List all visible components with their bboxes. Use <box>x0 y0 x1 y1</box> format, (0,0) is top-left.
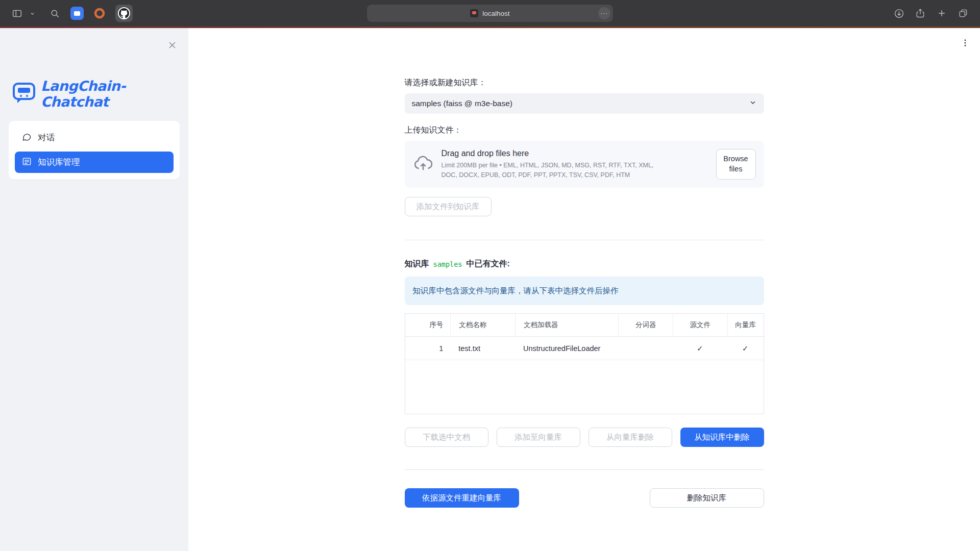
col-header: 文档名称 <box>450 314 515 336</box>
app-logo: LangChain-Chatchat <box>12 78 188 110</box>
app-logo-text: LangChain-Chatchat <box>41 78 188 110</box>
new-tab-icon[interactable] <box>935 7 948 20</box>
files-table-header: 序号 文档名称 文档加载器 分词器 源文件 向量库 <box>405 314 764 337</box>
toolbar-right-group <box>892 7 970 20</box>
delete-kb-button[interactable]: 删除知识库 <box>650 488 764 508</box>
cloud-upload-icon <box>413 153 433 176</box>
add-to-vector-store-button[interactable]: 添加至向量库 <box>497 428 580 447</box>
info-banner: 知识库中包含源文件与向量库，请从下表中选择文件后操作 <box>405 277 764 305</box>
cell-source-check: ✓ <box>673 344 727 353</box>
page-settings-icon[interactable]: ··· <box>598 7 610 19</box>
add-files-to-kb-button[interactable]: 添加文件到知识库 <box>405 197 492 216</box>
search-icon[interactable] <box>48 7 61 20</box>
sidebar-item-label: 对话 <box>38 132 55 143</box>
col-header: 分词器 <box>618 314 673 336</box>
file-action-buttons: 下载选中文档 添加至向量库 从向量库删除 从知识库中删除 <box>405 428 764 447</box>
tab-overview-icon[interactable] <box>957 7 970 20</box>
col-header: 向量库 <box>727 314 764 336</box>
kb-heading-prefix: 知识库 <box>405 259 429 269</box>
toolbar-left-group <box>10 5 133 22</box>
address-bar-url: localhost <box>482 10 509 17</box>
delete-from-kb-button[interactable]: 从知识库中删除 <box>680 428 764 447</box>
content-column: 请选择或新建知识库： samples (faiss @ m3e-base) 上传… <box>405 28 764 508</box>
sidebar-item-label: 知识库管理 <box>38 157 80 168</box>
kb-select-value: samples (faiss @ m3e-base) <box>412 99 513 108</box>
col-header: 序号 <box>405 314 451 336</box>
pinned-app-blue-icon[interactable] <box>70 7 84 20</box>
select-chevron-icon <box>749 98 757 109</box>
kb-heading-code: samples <box>433 260 462 268</box>
download-selected-button[interactable]: 下载选中文档 <box>405 428 488 447</box>
knowledge-base-icon <box>22 157 32 168</box>
kb-select[interactable]: samples (faiss @ m3e-base) <box>405 93 764 114</box>
sidebar-item-kb-management[interactable]: 知识库管理 <box>15 152 174 173</box>
github-icon <box>118 7 130 19</box>
kb-heading-suffix: 中已有文件: <box>466 259 509 269</box>
upload-label: 上传知识文件： <box>405 125 764 136</box>
sidebar-item-dialogue[interactable]: 对话 <box>15 127 174 148</box>
sidebar-nav: 对话 知识库管理 <box>9 121 180 179</box>
app-menu-icon[interactable] <box>959 36 972 51</box>
kb-files-heading: 知识库 samples 中已有文件: <box>405 259 764 269</box>
table-row[interactable]: 1 test.txt UnstructuredFileLoader ✓ ✓ <box>405 337 764 360</box>
divider <box>405 469 764 470</box>
browser-toolbar: localhost ··· <box>0 0 980 27</box>
col-header: 源文件 <box>673 314 727 336</box>
cell-filename: test.txt <box>450 344 515 353</box>
browse-files-button[interactable]: Browse files <box>716 149 756 180</box>
sidebar: LangChain-Chatchat 对话 <box>0 28 188 551</box>
pinned-app-orange-icon[interactable] <box>93 7 106 20</box>
file-dropzone[interactable]: Drag and drop files here Limit 200MB per… <box>405 141 764 188</box>
info-banner-text: 知识库中包含源文件与向量库，请从下表中选择文件后操作 <box>413 286 619 296</box>
sidebar-toggle-icon[interactable] <box>10 7 23 20</box>
kb-action-buttons: 依据源文件重建向量库 删除知识库 <box>405 488 764 508</box>
col-header: 文档加载器 <box>515 314 618 336</box>
dropzone-title: Drag and drop files here <box>442 149 716 158</box>
dropzone-text: Drag and drop files here Limit 200MB per… <box>442 149 716 179</box>
divider <box>405 240 764 240</box>
cell-vector-check: ✓ <box>727 344 764 353</box>
dropzone-limit-text: Limit 200MB per file • EML, HTML, JSON, … <box>442 161 661 179</box>
downloads-icon[interactable] <box>892 7 905 20</box>
files-table: 序号 文档名称 文档加载器 分词器 源文件 向量库 1 test.txt Uns… <box>405 313 764 414</box>
main-area: 请选择或新建知识库： samples (faiss @ m3e-base) 上传… <box>188 28 980 551</box>
sidebar-close-icon[interactable] <box>165 38 179 54</box>
kb-select-label: 请选择或新建知识库： <box>405 78 764 88</box>
cell-index: 1 <box>405 344 451 353</box>
cell-loader: UnstructuredFileLoader <box>515 344 618 353</box>
share-icon[interactable] <box>914 7 927 20</box>
pinned-tab-active[interactable] <box>115 5 133 22</box>
address-bar[interactable]: localhost ··· <box>367 5 613 22</box>
chevron-down-icon[interactable] <box>26 7 39 20</box>
rebuild-vector-store-button[interactable]: 依据源文件重建向量库 <box>405 488 519 508</box>
site-favicon-icon <box>470 9 478 17</box>
remove-from-vector-store-button[interactable]: 从向量库删除 <box>589 428 672 447</box>
chatchat-logo-icon <box>12 82 36 106</box>
chat-bubble-icon <box>22 132 32 144</box>
